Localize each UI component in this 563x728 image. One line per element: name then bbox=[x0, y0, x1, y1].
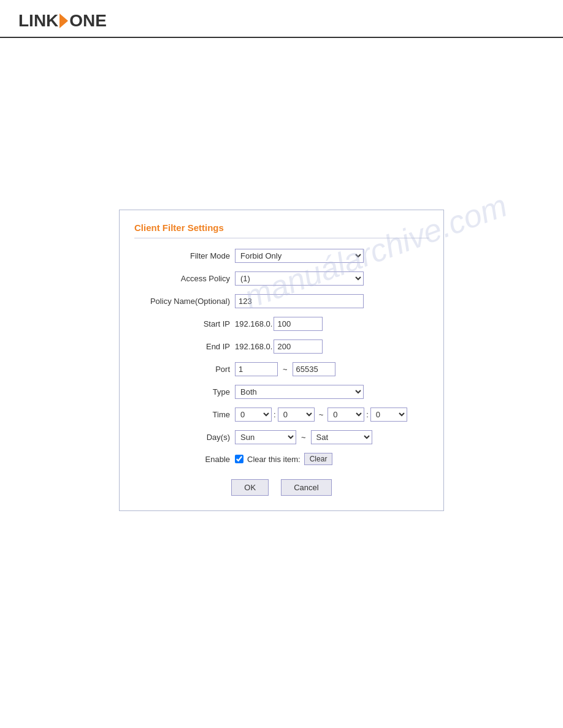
end-ip-label: End IP bbox=[134, 335, 232, 358]
days-label: Day(s) bbox=[134, 426, 232, 449]
type-row: Type Both TCP UDP bbox=[134, 381, 429, 403]
time-label: Time bbox=[134, 403, 232, 426]
panel-title: Client Filter Settings bbox=[134, 222, 429, 238]
enable-label: Enable bbox=[134, 449, 232, 469]
policy-name-input[interactable] bbox=[235, 294, 364, 308]
time-h1-select[interactable]: 01234567891011121314151617181920212223 bbox=[235, 408, 272, 422]
logo: LINK ONE bbox=[18, 11, 545, 31]
access-policy-row: Access Policy (1) (2) (3) (4) (5) (6) (7… bbox=[134, 267, 429, 290]
port-start-input[interactable] bbox=[235, 362, 278, 376]
policy-name-label: Policy Name(Optional) bbox=[134, 290, 232, 313]
time-m1-select[interactable]: 051015202530354045505559 bbox=[278, 408, 315, 422]
time-tilde: ~ bbox=[319, 410, 324, 419]
time-colon2: : bbox=[366, 410, 369, 419]
access-policy-select[interactable]: (1) (2) (3) (4) (5) (6) (7) (8) bbox=[235, 271, 364, 286]
filter-mode-select[interactable]: Forbid Only Allow Only bbox=[235, 249, 364, 263]
type-label: Type bbox=[134, 381, 232, 403]
day-end-select[interactable]: SunMonTueWedThuFriSat bbox=[311, 430, 372, 444]
end-ip-prefix: 192.168.0. bbox=[235, 342, 272, 351]
access-policy-cell: (1) (2) (3) (4) (5) (6) (7) (8) bbox=[232, 267, 429, 290]
access-policy-label: Access Policy bbox=[134, 267, 232, 290]
start-ip-last-input[interactable] bbox=[274, 317, 323, 331]
form-table: Filter Mode Forbid Only Allow Only Acces… bbox=[134, 245, 429, 469]
filter-mode-label: Filter Mode bbox=[134, 245, 232, 267]
enable-row: Enable Clear this item: Clear bbox=[134, 449, 429, 469]
end-ip-row: End IP 192.168.0. bbox=[134, 335, 429, 358]
logo-arrow-icon bbox=[59, 13, 68, 28]
start-ip-row: Start IP 192.168.0. bbox=[134, 313, 429, 335]
days-cell: SunMonTueWedThuFriSat ~ SunMonTueWedThuF… bbox=[232, 426, 429, 449]
policy-name-row: Policy Name(Optional) bbox=[134, 290, 429, 313]
filter-mode-cell: Forbid Only Allow Only bbox=[232, 245, 429, 267]
ok-button[interactable]: OK bbox=[231, 479, 269, 496]
clear-button[interactable]: Clear bbox=[304, 453, 333, 465]
days-tilde: ~ bbox=[301, 433, 306, 442]
start-ip-prefix: 192.168.0. bbox=[235, 319, 272, 328]
start-ip-label: Start IP bbox=[134, 313, 232, 335]
enable-checkbox[interactable] bbox=[235, 455, 243, 463]
port-tilde: ~ bbox=[283, 365, 288, 374]
port-end-input[interactable] bbox=[293, 362, 335, 376]
type-select[interactable]: Both TCP UDP bbox=[235, 385, 364, 399]
logo-text-link: LINK bbox=[18, 11, 58, 31]
port-label: Port bbox=[134, 358, 232, 381]
end-ip-last-input[interactable] bbox=[274, 339, 323, 354]
day-start-select[interactable]: SunMonTueWedThuFriSat bbox=[235, 430, 296, 444]
time-cell: 01234567891011121314151617181920212223 :… bbox=[232, 403, 429, 426]
panel: Client Filter Settings Filter Mode Forbi… bbox=[119, 210, 444, 511]
logo-text-one: ONE bbox=[69, 11, 107, 31]
header: LINK ONE bbox=[0, 0, 563, 38]
port-cell: ~ bbox=[232, 358, 429, 381]
cancel-button[interactable]: Cancel bbox=[281, 479, 331, 496]
end-ip-cell: 192.168.0. bbox=[232, 335, 429, 358]
filter-mode-row: Filter Mode Forbid Only Allow Only bbox=[134, 245, 429, 267]
time-row: Time 01234567891011121314151617181920212… bbox=[134, 403, 429, 426]
days-row: Day(s) SunMonTueWedThuFriSat ~ SunMonTue… bbox=[134, 426, 429, 449]
policy-name-cell bbox=[232, 290, 429, 313]
clear-item-label: Clear this item: bbox=[247, 455, 301, 464]
type-cell: Both TCP UDP bbox=[232, 381, 429, 403]
main-content: Client Filter Settings Filter Mode Forbi… bbox=[0, 38, 563, 536]
time-colon1: : bbox=[274, 410, 276, 419]
time-h2-select[interactable]: 01234567891011121314151617181920212223 bbox=[327, 408, 364, 422]
enable-cell: Clear this item: Clear bbox=[232, 449, 429, 469]
start-ip-cell: 192.168.0. bbox=[232, 313, 429, 335]
port-row: Port ~ bbox=[134, 358, 429, 381]
button-row: OK Cancel bbox=[134, 479, 429, 496]
time-m2-select[interactable]: 051015202530354045505559 bbox=[370, 408, 407, 422]
